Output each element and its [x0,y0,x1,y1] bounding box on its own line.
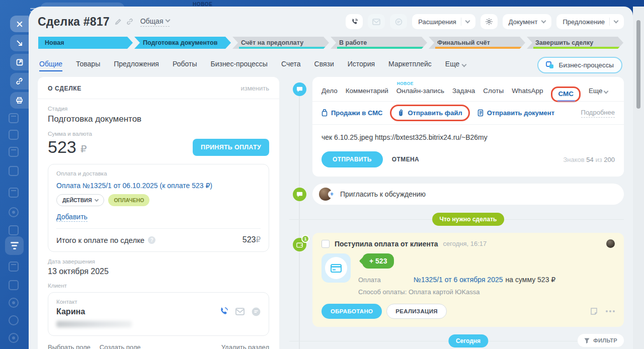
tab-history[interactable]: История [348,55,375,75]
payment-actions-button[interactable]: ДЕЙСТВИЯ [56,194,104,206]
tl-tab-task[interactable]: Задача [452,87,475,101]
stage-in-progress[interactable]: В работе [331,37,427,49]
tab-general[interactable]: Общие [39,55,62,75]
contact-label: Контакт [56,299,261,305]
chevron-down-icon [166,18,171,23]
total-currency: ₽ [256,235,261,244]
amount-field-label: Сумма и валюта [48,131,269,137]
tl-tab-activity[interactable]: Дело [321,87,338,101]
tl-tab-more[interactable]: Еще [589,87,608,101]
select-field-link[interactable]: Выбрать поле [48,343,91,349]
create-field-link[interactable]: Создать поле [100,343,141,349]
sidebar-settings-icon[interactable] [9,333,19,343]
call-button[interactable] [346,14,363,29]
sidebar-users-icon[interactable] [9,207,19,217]
sidebar-box-icon[interactable] [9,280,19,290]
contact-chat-icon[interactable] [252,307,261,316]
task-checkbox[interactable] [321,240,330,248]
tab-robots[interactable]: Роботы [173,55,197,75]
task-title[interactable]: Поступила оплата от клиента [335,240,438,248]
invite-to-discussion[interactable]: + Пригласить к обсуждению [312,184,624,205]
tl-tab-slots[interactable]: Слоты [483,87,504,101]
sidebar-monitor-icon[interactable] [9,147,19,157]
contact-mail-icon[interactable] [235,308,245,315]
contact-name[interactable]: Карина [56,307,85,316]
help-icon[interactable]: ? [148,236,155,244]
accept-payment-button[interactable]: ПРИНЯТЬ ОПЛАТУ [193,139,269,156]
pencil-icon[interactable] [115,19,121,25]
sidebar-drive-icon[interactable] [9,166,19,176]
avatar [606,239,615,248]
business-processes-button[interactable]: Бизнес-процессы [537,57,622,73]
extensions-button[interactable]: Расширения [412,14,475,29]
tab-marketplace[interactable]: Маркетплейс [388,55,432,75]
offer-button[interactable]: Предложение [556,14,624,29]
tab-links[interactable]: Связи [314,55,334,75]
filter-button[interactable]: ФИЛЬТР [578,334,624,347]
tl-tab-online-booking[interactable]: НОВОЕ Онлайн-запись [396,87,444,101]
payment-tile [321,253,351,283]
send-button[interactable]: ОТПРАВИТЬ [321,151,383,167]
bp-icon [546,61,554,69]
document-button[interactable]: Документ [503,14,552,29]
tab-more[interactable]: Еще [445,55,466,75]
tl-tab-comment[interactable]: Комментарий [346,87,388,101]
send-file-button[interactable]: Отправить файл [397,109,462,117]
sidebar-document-icon[interactable] [9,130,19,140]
discussion-marker-icon [293,188,306,201]
tab-quotes[interactable]: Предложения [114,55,159,75]
realization-button[interactable]: РЕАЛИЗАЦИЯ [386,304,447,319]
tab-invoices[interactable]: Счета [281,55,301,75]
tab-products[interactable]: Товары [76,55,100,75]
sidebar-tasks-icon[interactable] [9,225,19,235]
chevron-down-icon [541,18,546,23]
stage-close-deal[interactable]: Завершить сделку [527,37,623,49]
tab-business-processes[interactable]: Бизнес-процессы [210,55,267,75]
add-payment-link[interactable]: Добавить [56,213,88,222]
link-icon[interactable] [126,18,133,25]
pipeline-selector[interactable]: Общая [140,17,170,27]
ellipsis-icon[interactable] [606,310,608,312]
page-scrollbar-thumb[interactable] [636,20,640,109]
details-link[interactable]: Подробнее [581,109,615,118]
stage-new[interactable]: Новая [38,37,133,49]
collapse-icon[interactable] [10,35,29,51]
chevron-down-icon [465,18,470,23]
tl-tab-sms[interactable]: СМС [551,89,581,101]
sidebar-mail-icon[interactable] [9,188,19,198]
cancel-button[interactable]: ОТМЕНА [392,156,419,163]
settings-gear-button[interactable] [480,14,498,29]
sidebar-calendar2-icon[interactable] [9,261,19,272]
chat-button[interactable] [390,14,407,29]
contact-phone-icon[interactable] [219,307,228,316]
payment-method: Способ оплаты: Оплата картой ЮKassa [358,288,555,296]
mail-button[interactable] [368,14,385,29]
payment-link[interactable]: Оплата №1325/1 от 06.10.2025 (к оплате 5… [56,182,261,190]
sms-provider-button[interactable]: Продажи в СМС [321,109,382,117]
stage-prepay-invoice[interactable]: Счёт на предоплату [232,37,329,49]
pipeline-selector-label: Общая [140,17,164,25]
edit-link[interactable]: изменить [240,84,269,92]
tl-tab-whatsapp[interactable]: WhatsApp [512,87,543,101]
payment-document-link[interactable]: №1325/1 от 6 октября 2025 [414,276,503,284]
processed-button[interactable]: ОБРАБОТАНО [321,304,382,319]
page-scrollbar-track[interactable] [633,7,644,349]
sidebar-target-icon[interactable] [9,298,19,308]
sidebar-calendar-icon[interactable] [9,113,19,123]
sidebar-crm-active-icon[interactable] [5,236,24,255]
sidebar-cart-icon[interactable] [9,315,19,325]
open-window-icon[interactable] [10,54,29,70]
copy-link-icon[interactable] [10,73,29,90]
stage-docs[interactable]: Подготовка документов [134,37,231,49]
marker-counter-badge: 1 [301,235,309,243]
sms-message-input[interactable]: чек 6.10.25.jpeg https://bxtest325.bitri… [312,125,624,145]
close-date-label: Дата завершения [48,258,269,265]
stage-final-invoice[interactable]: Финальный счёт [429,37,525,49]
send-document-button[interactable]: Отправить документ [477,109,554,117]
close-icon[interactable] [10,16,29,32]
payment-delivery-block: Оплата и доставка Оплата №1325/1 от 06.1… [48,164,269,252]
paperclip-icon [397,109,404,117]
note-icon[interactable] [590,307,598,315]
delete-section-link[interactable]: Удалить раздел [221,343,269,349]
print-icon[interactable] [10,92,29,109]
